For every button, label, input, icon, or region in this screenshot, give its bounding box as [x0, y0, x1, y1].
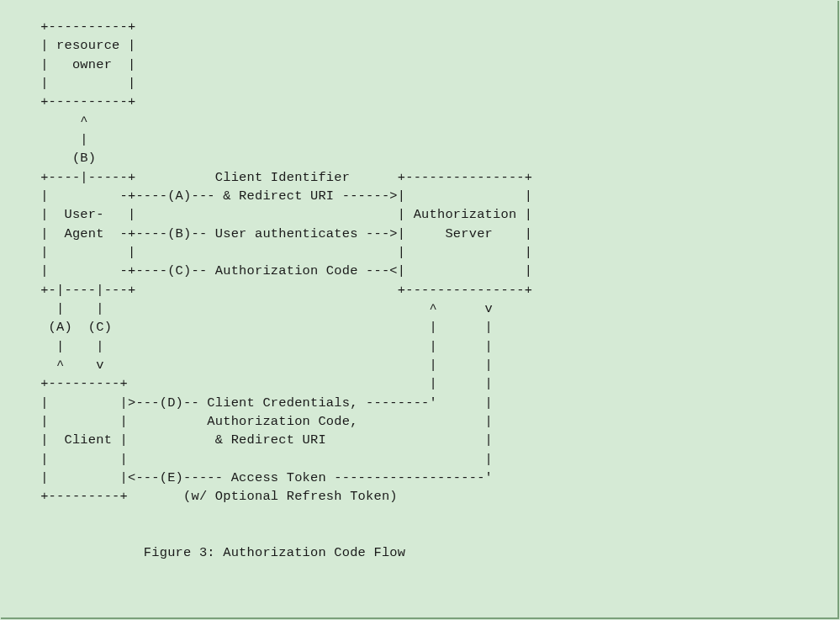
- ascii-diagram: +----------+ | resource | | owner | | | …: [1, 1, 837, 563]
- diagram-frame: +----------+ | resource | | owner | | | …: [1, 1, 839, 619]
